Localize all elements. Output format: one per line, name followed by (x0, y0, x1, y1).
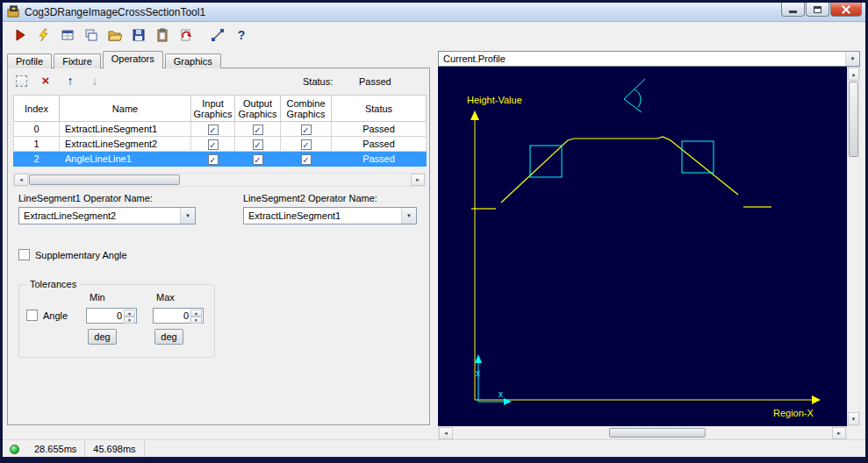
scroll-track[interactable] (848, 158, 859, 412)
help-icon: ? (238, 28, 246, 42)
maximize-button[interactable] (806, 3, 829, 17)
min-input[interactable] (87, 309, 124, 323)
paste-button[interactable] (152, 25, 173, 46)
table-hscrollbar-thumb[interactable] (29, 175, 180, 185)
col-header-output-graphics[interactable]: Output Graphics (235, 96, 281, 122)
min-spinner[interactable]: ▲ ▼ (124, 310, 135, 322)
tab-operators[interactable]: Operators (103, 51, 163, 68)
table-row-selected[interactable]: 2 AngleLineLine1 ✓ ✓ ✓ Passed (14, 152, 427, 167)
cell-combine-graphics[interactable]: ✓ (281, 152, 332, 167)
max-label: Max (156, 292, 175, 303)
chevron-down-icon[interactable]: ▼ (401, 208, 416, 224)
checkbox-checked[interactable]: ✓ (208, 154, 219, 165)
chevron-down-icon[interactable]: ▼ (180, 208, 195, 224)
cell-name[interactable]: AngleLineLine1 (60, 152, 191, 167)
checkbox-checked[interactable]: ✓ (301, 125, 312, 135)
scroll-down-icon[interactable]: ▼ (848, 412, 859, 425)
trigger-button[interactable] (33, 25, 54, 46)
help-button[interactable]: ? (231, 25, 252, 46)
open-file-button[interactable] (104, 25, 126, 46)
tab-profile[interactable]: Profile (7, 53, 52, 68)
table-hscrollbar[interactable]: ◄ ► (13, 173, 426, 187)
min-deg-button[interactable]: deg (88, 329, 117, 345)
cell-output-graphics[interactable]: ✓ (235, 152, 281, 167)
scroll-right-icon[interactable]: ► (832, 427, 846, 439)
cell-input-graphics[interactable]: ✓ (191, 137, 235, 152)
spin-up-icon[interactable]: ▲ (124, 310, 135, 317)
angle-checkbox[interactable] (26, 310, 38, 321)
move-up-button[interactable]: ↑ (62, 73, 78, 89)
close-button[interactable] (830, 3, 862, 17)
scroll-track[interactable] (453, 427, 609, 438)
scroll-track[interactable] (180, 174, 411, 186)
move-down-button[interactable]: ↓ (87, 73, 103, 89)
graph-vscrollbar[interactable]: ▲ ▼ (847, 67, 860, 426)
checkbox-checked[interactable]: ✓ (208, 125, 219, 135)
col-header-status[interactable]: Status (332, 96, 427, 122)
cell-name[interactable]: ExtractLineSegment2 (60, 137, 191, 152)
checkbox-checked[interactable]: ✓ (253, 154, 263, 165)
cell-combine-graphics[interactable]: ✓ (281, 137, 332, 152)
graph-vscrollbar-thumb[interactable] (849, 82, 858, 157)
linesegment1-combobox[interactable]: ExtractLineSegment2 ▼ (18, 207, 196, 224)
scroll-left-icon[interactable]: ◄ (439, 427, 453, 439)
col-header-index[interactable]: Index (14, 96, 60, 122)
tab-graphics[interactable]: Graphics (165, 53, 221, 68)
scroll-up-icon[interactable]: ▲ (848, 68, 859, 81)
spin-down-icon[interactable]: ▼ (124, 317, 135, 324)
checkbox-checked[interactable]: ✓ (301, 154, 312, 165)
cell-input-graphics[interactable]: ✓ (191, 152, 235, 167)
add-operator-button[interactable] (13, 73, 29, 89)
cell-status[interactable]: Passed (332, 152, 427, 167)
profile-selector-combobox[interactable]: Current.Profile ▼ (438, 51, 860, 67)
result-grid-button[interactable] (57, 25, 78, 46)
col-header-input-graphics[interactable]: Input Graphics (191, 96, 235, 122)
linesegment2-combobox[interactable]: ExtractLineSegment1 ▼ (243, 207, 417, 224)
window-client-area: Cog3DRangeImageCrossSectionTool1 (3, 3, 865, 457)
scroll-track[interactable] (706, 427, 832, 438)
save-file-button[interactable] (128, 25, 149, 46)
run-button[interactable] (10, 25, 31, 46)
spin-down-icon[interactable]: ▼ (190, 317, 202, 324)
segment2-region-marker[interactable] (682, 141, 714, 173)
max-input[interactable] (154, 309, 190, 323)
cell-name[interactable]: ExtractLineSegment1 (60, 122, 191, 137)
chevron-down-icon[interactable]: ▼ (845, 52, 859, 66)
cell-output-graphics[interactable]: ✓ (235, 137, 281, 152)
table-row[interactable]: 1 ExtractLineSegment2 ✓ ✓ ✓ Passed (14, 137, 427, 152)
cell-status[interactable]: Passed (332, 137, 427, 152)
cell-index[interactable]: 2 (14, 152, 60, 167)
cell-index[interactable]: 1 (14, 137, 60, 152)
table-row[interactable]: 0 ExtractLineSegment1 ✓ ✓ ✓ Passed (14, 122, 427, 137)
reload-button[interactable] (176, 25, 197, 46)
supplementary-angle-checkbox[interactable] (18, 249, 30, 260)
graph-hscrollbar[interactable]: ◄ ► (438, 426, 847, 439)
spin-up-icon[interactable]: ▲ (190, 310, 202, 317)
scroll-left-icon[interactable]: ◄ (14, 174, 28, 186)
checkbox-checked[interactable]: ✓ (253, 139, 263, 150)
max-deg-button[interactable]: deg (154, 329, 183, 345)
delete-operator-button[interactable]: × (38, 73, 54, 89)
checkbox-checked[interactable]: ✓ (253, 125, 263, 135)
cell-index[interactable]: 0 (14, 122, 60, 137)
checkbox-checked[interactable]: ✓ (208, 139, 219, 150)
scroll-right-icon[interactable]: ► (411, 174, 425, 186)
new-item-icon (16, 75, 27, 87)
cell-output-graphics[interactable]: ✓ (235, 122, 281, 137)
status-value: Passed (359, 76, 391, 87)
cell-combine-graphics[interactable]: ✓ (281, 122, 332, 137)
graph-hscrollbar-thumb[interactable] (609, 428, 706, 438)
tab-strip: Profile Fixture Operators Graphics (7, 51, 223, 68)
operators-tab-page: × ↑ ↓ Status: Passed Index Name Input Gr… (7, 68, 430, 425)
minimize-button[interactable] (781, 3, 805, 17)
cell-status[interactable]: Passed (332, 122, 427, 137)
col-header-name[interactable]: Name (60, 96, 191, 122)
col-header-combine-graphics[interactable]: Combine Graphics (281, 96, 332, 122)
measure-slope-button[interactable] (207, 25, 228, 46)
tab-fixture[interactable]: Fixture (54, 53, 101, 68)
max-spinner[interactable]: ▲ ▼ (190, 310, 202, 322)
profile-graph-display[interactable]: Height-Value Region-X x x (438, 67, 847, 426)
new-window-button[interactable] (81, 25, 102, 46)
cell-input-graphics[interactable]: ✓ (191, 122, 235, 137)
checkbox-checked[interactable]: ✓ (301, 139, 312, 150)
